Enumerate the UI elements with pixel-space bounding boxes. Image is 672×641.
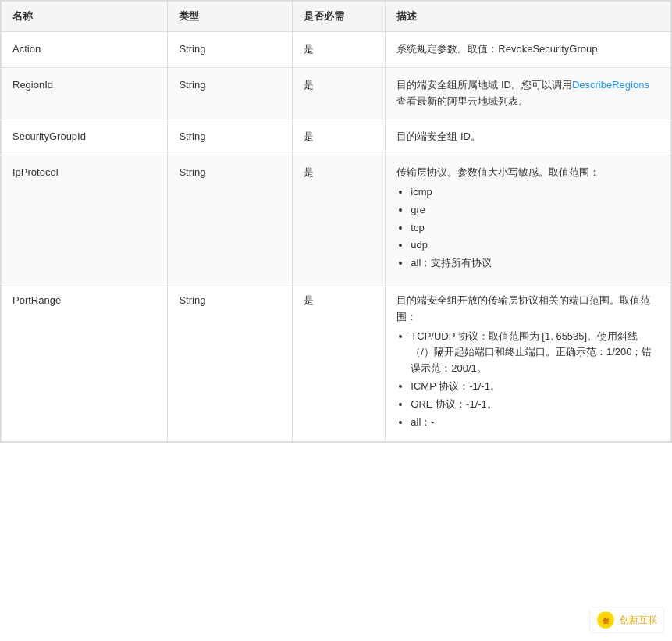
list-item: all：支持所有协议 xyxy=(411,255,660,272)
cell-description: 目的端安全组所属地域 ID。您可以调用DescribeRegions 查看最新的… xyxy=(386,67,671,119)
cell-required: 是 xyxy=(292,32,386,68)
list-item: all：- xyxy=(411,415,660,431)
header-description: 描述 xyxy=(386,2,671,32)
cell-type: String xyxy=(168,155,292,283)
cell-description: 传输层协议。参数值大小写敏感。取值范围：icmpgretcpudpall：支持所… xyxy=(386,155,671,283)
desc-text: 目的端安全组所属地域 ID。您可以调用 xyxy=(396,79,572,91)
cell-required: 是 xyxy=(292,155,386,283)
list-item: tcp xyxy=(411,220,660,237)
table-row: IpProtocolString是传输层协议。参数值大小写敏感。取值范围：icm… xyxy=(2,155,671,283)
header-type: 类型 xyxy=(168,2,292,32)
cell-name: IpProtocol xyxy=(2,155,168,283)
cell-required: 是 xyxy=(292,67,386,119)
desc-intro: 传输层协议。参数值大小写敏感。取值范围： xyxy=(396,166,599,178)
list-item: gre xyxy=(411,202,660,219)
cell-type: String xyxy=(168,67,292,119)
table-row: SecurityGroupIdString是目的端安全组 ID。 xyxy=(2,119,671,155)
cell-required: 是 xyxy=(292,283,386,441)
desc-list: TCP/UDP 协议：取值范围为 [1, 65535]。使用斜线（/）隔开起始端… xyxy=(396,329,660,431)
cell-name: SecurityGroupId xyxy=(2,119,168,155)
list-item: icmp xyxy=(411,184,660,201)
header-required: 是否必需 xyxy=(292,2,386,32)
api-params-table: 名称 类型 是否必需 描述 ActionString是系统规定参数。取值：Rev… xyxy=(0,0,672,443)
list-item: ICMP 协议：-1/-1。 xyxy=(411,379,660,395)
desc-intro: 目的端安全组开放的传输层协议相关的端口范围。取值范围： xyxy=(396,294,650,322)
header-name: 名称 xyxy=(2,2,168,32)
cell-type: String xyxy=(168,119,292,155)
list-item: TCP/UDP 协议：取值范围为 [1, 65535]。使用斜线（/）隔开起始端… xyxy=(411,329,660,377)
cell-description: 目的端安全组 ID。 xyxy=(386,119,671,155)
cell-description: 目的端安全组开放的传输层协议相关的端口范围。取值范围：TCP/UDP 协议：取值… xyxy=(386,283,671,441)
table-row: PortRangeString是目的端安全组开放的传输层协议相关的端口范围。取值… xyxy=(2,283,671,441)
cell-description: 系统规定参数。取值：RevokeSecurityGroup xyxy=(386,32,671,68)
cell-type: String xyxy=(168,283,292,441)
cell-name: PortRange xyxy=(2,283,168,441)
table-row: ActionString是系统规定参数。取值：RevokeSecurityGro… xyxy=(2,32,671,68)
list-item: udp xyxy=(411,237,660,254)
desc-list: icmpgretcpudpall：支持所有协议 xyxy=(396,184,660,272)
desc-text-suffix: 查看最新的阿里云地域列表。 xyxy=(396,95,528,107)
cell-name: RegionId xyxy=(2,67,168,119)
table-row: RegionIdString是目的端安全组所属地域 ID。您可以调用Descri… xyxy=(2,67,671,119)
cell-type: String xyxy=(168,32,292,68)
list-item: GRE 协议：-1/-1。 xyxy=(411,397,660,413)
desc-link[interactable]: DescribeRegions xyxy=(572,79,649,91)
cell-name: Action xyxy=(2,32,168,68)
cell-required: 是 xyxy=(292,119,386,155)
